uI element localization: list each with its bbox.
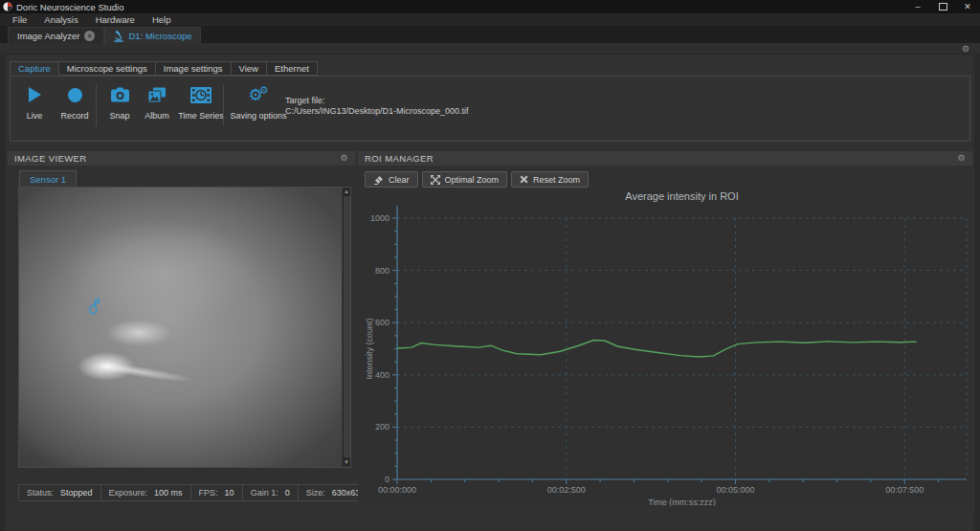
roi-button-row: Clear Optimal Zoom Reset Zoom xyxy=(365,171,589,188)
tab-capture[interactable]: Capture xyxy=(10,61,59,76)
x-axis-label: Time (mm:ss:zzz) xyxy=(648,498,716,506)
menu-file[interactable]: File xyxy=(4,14,35,25)
restore-icon xyxy=(939,3,947,11)
tick-label-x: 00:05:000 xyxy=(716,485,754,495)
document-tab-bar: Image Analyzer ✕ D1: Microscope xyxy=(0,26,980,43)
chart-title: Average intensity in ROI xyxy=(625,190,738,202)
tab-image-analyzer[interactable]: Image Analyzer ✕ xyxy=(8,27,104,43)
tick-label-y: 600 xyxy=(375,318,390,327)
toolbar-separator xyxy=(223,84,224,126)
tab-microscope-settings[interactable]: Microscope settings xyxy=(59,61,156,76)
snap-button[interactable]: Snap xyxy=(100,82,140,121)
tick-label-y: 200 xyxy=(375,422,390,431)
microscope-image[interactable] xyxy=(19,188,342,467)
tick-label-y: 0 xyxy=(385,475,390,484)
optimal-zoom-icon xyxy=(431,175,440,185)
minimize-button[interactable]: – xyxy=(905,0,930,13)
record-icon xyxy=(67,82,83,107)
roi-annotation[interactable] xyxy=(87,298,101,316)
image-viewer-gear-icon[interactable]: ⚙ xyxy=(341,154,348,163)
reset-zoom-icon xyxy=(520,175,528,184)
saving-options-button[interactable]: ⚙ ⚙ Saving options xyxy=(227,82,290,121)
camera-icon xyxy=(110,82,130,107)
scroll-down-icon[interactable]: ▼ xyxy=(344,458,349,466)
roi-manager-gear-icon[interactable]: ⚙ xyxy=(958,154,966,163)
y-axis-label: Intensity (count) xyxy=(365,318,374,379)
gears-icon: ⚙ ⚙ xyxy=(248,82,268,107)
tick-label-y: 400 xyxy=(375,370,390,380)
menu-analysis[interactable]: Analysis xyxy=(35,14,86,25)
image-scrollbar[interactable]: ▲ ▼ xyxy=(342,188,350,466)
page-header-strip xyxy=(0,43,980,55)
window-title: Doric Neuroscience Studio xyxy=(16,2,123,12)
close-button[interactable]: ✕ xyxy=(955,0,980,13)
status-item-fps: FPS:10 xyxy=(190,484,243,501)
status-item-gain: Gain 1:0 xyxy=(242,484,299,501)
record-button[interactable]: Record xyxy=(54,82,96,121)
app-window: Doric Neuroscience Studio – ✕ File Analy… xyxy=(0,0,980,531)
menu-hardware[interactable]: Hardware xyxy=(87,14,144,25)
tab-d1-microscope[interactable]: D1: Microscope xyxy=(104,27,201,43)
image-viewer-title: IMAGE VIEWER xyxy=(14,153,87,164)
title-bar: Doric Neuroscience Studio – ✕ xyxy=(0,0,980,13)
target-file-path: C:/Users/ING13/Desktop/D1-Microscope_000… xyxy=(285,106,469,117)
menu-help[interactable]: Help xyxy=(144,14,180,25)
tab-view[interactable]: View xyxy=(232,61,267,76)
close-tab-icon[interactable]: ✕ xyxy=(84,31,95,41)
tab-image-settings[interactable]: Image settings xyxy=(156,61,232,76)
intensity-line xyxy=(397,341,917,358)
tick-label-x: 00:02:500 xyxy=(547,485,586,495)
capture-tab-strip: Capture Microscope settings Image settin… xyxy=(10,61,318,76)
scrollbar-thumb[interactable] xyxy=(344,196,350,457)
roi-manager-header: ROI MANAGER ⚙ xyxy=(358,151,972,166)
roi-manager-title: ROI MANAGER xyxy=(365,153,434,164)
eraser-icon xyxy=(373,174,384,185)
tick-label-y: 1000 xyxy=(370,213,390,223)
status-item-status: Status:Stopped xyxy=(18,484,101,501)
time-series-button[interactable]: Time Series xyxy=(172,82,230,121)
tab-ethernet[interactable]: Ethernet xyxy=(267,61,318,76)
image-viewer-header: IMAGE VIEWER ⚙ xyxy=(8,151,355,166)
optimal-zoom-button[interactable]: Optimal Zoom xyxy=(422,171,508,188)
sensor-1-tab[interactable]: Sensor 1 xyxy=(19,170,77,188)
time-series-icon xyxy=(189,82,212,107)
play-icon xyxy=(27,82,42,107)
image-bright-streak xyxy=(105,361,225,390)
toolbar-separator xyxy=(96,84,97,126)
target-file-label: Target file: xyxy=(285,96,469,106)
target-file-block: Target file: C:/Users/ING13/Desktop/D1-M… xyxy=(285,96,469,117)
status-item-exposure: Exposure:100 ms xyxy=(100,484,191,501)
restore-button[interactable] xyxy=(930,0,955,13)
microscope-icon xyxy=(114,30,123,42)
menu-bar: File Analysis Hardware Help xyxy=(0,13,980,26)
live-button[interactable]: Live xyxy=(15,82,54,121)
clear-button[interactable]: Clear xyxy=(365,171,418,188)
reset-zoom-button[interactable]: Reset Zoom xyxy=(511,171,589,188)
tick-label-y: 800 xyxy=(375,266,390,276)
tick-label-x: 00:00:000 xyxy=(378,485,416,495)
app-logo-icon xyxy=(3,2,12,11)
scroll-up-icon[interactable]: ▲ xyxy=(344,188,349,195)
tick-label-x: 00:07:500 xyxy=(885,485,924,495)
album-icon xyxy=(147,82,167,107)
roi-chart[interactable]: 0200400600800100000:00:00000:02:50000:05… xyxy=(364,187,970,506)
page-settings-gear-icon[interactable]: ⚙ xyxy=(962,45,969,54)
